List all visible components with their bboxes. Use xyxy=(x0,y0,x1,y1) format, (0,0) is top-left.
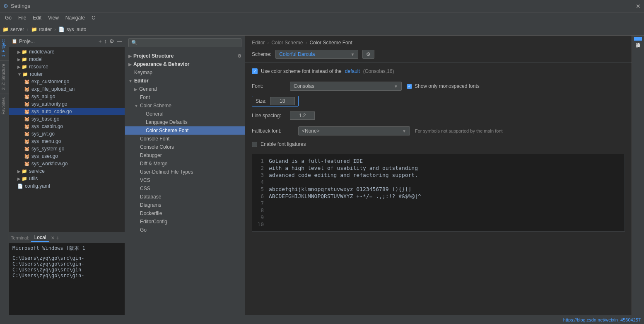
color-scheme-font-checkbox[interactable]: ✓ xyxy=(252,68,258,74)
scheme-value: Colorful Darcula xyxy=(279,51,315,57)
checkbox-text: Use color scheme font instead of the xyxy=(261,68,342,74)
terminal-new-tab[interactable]: + xyxy=(56,235,60,241)
settings-search-area xyxy=(125,36,245,50)
color-scheme-font-row: ✓ Use color scheme font instead of the d… xyxy=(252,68,625,74)
v-label-structure[interactable]: 2: Z: Structure xyxy=(0,60,9,93)
go-file-icon-5: 🐹 xyxy=(24,109,30,114)
settings-sidebar: ▶ Project Structure ⚙ ▶ Appearance & Beh… xyxy=(125,36,245,315)
settings-item-project-structure[interactable]: ▶ Project Structure ⚙ xyxy=(125,52,245,60)
spacing-label: Line spacing: xyxy=(252,113,285,118)
tree-item-sys-system[interactable]: 🐹 sys_system.go xyxy=(9,145,125,152)
settings-item-console-font[interactable]: Console Font xyxy=(125,135,245,143)
settings-item-css[interactable]: CSS xyxy=(125,184,245,193)
settings-item-general-2[interactable]: General xyxy=(125,110,245,118)
tree-item-service[interactable]: ▶ 📁 service xyxy=(9,167,125,175)
tree-item-sys-base[interactable]: 🐹 sys_base.go xyxy=(9,115,125,123)
preview-line-4: 4 xyxy=(252,179,625,186)
chevron-icon: ▶ xyxy=(17,50,21,54)
go-file-icon-7: 🐹 xyxy=(24,124,30,129)
tree-item-sys-user[interactable]: 🐹 sys_user.go xyxy=(9,152,125,160)
breadcrumb-editor[interactable]: Editor xyxy=(252,40,265,46)
settings-item-color-scheme[interactable]: ▼ Color Scheme xyxy=(125,102,245,110)
settings-item-diff-merge[interactable]: Diff & Merge xyxy=(125,160,245,168)
terminal-line-2 xyxy=(12,252,121,255)
terminal-add-tab[interactable]: × xyxy=(51,235,54,241)
add-icon[interactable]: + xyxy=(99,38,102,44)
menu-view[interactable]: View xyxy=(45,14,62,22)
menu-file[interactable]: File xyxy=(15,14,29,22)
tree-item-exp-customer[interactable]: 🐹 exp_customer.go xyxy=(9,78,125,85)
tree-item-middleware[interactable]: ▶ 📁 middleware xyxy=(9,48,125,56)
terminal-tabs: Terminal: Local × + xyxy=(9,232,125,243)
menu-edit[interactable]: Edit xyxy=(29,14,45,22)
tree-item-sys-jwt[interactable]: 🐹 sys_jwt.go xyxy=(9,130,125,138)
settings-item-user-defined[interactable]: User-Defined File Types xyxy=(125,168,245,176)
settings-item-database[interactable]: Database xyxy=(125,193,245,201)
settings-item-console-colors[interactable]: Console Colors xyxy=(125,143,245,151)
settings-item-language-defaults[interactable]: Language Defaults xyxy=(125,118,245,126)
tree-item-sys-authority[interactable]: 🐹 sys_authority.go xyxy=(9,100,125,108)
menu-go[interactable]: Go xyxy=(2,14,15,22)
tree-item-router[interactable]: ▼ 📁 router xyxy=(9,70,125,78)
folder-icon-2: 📁 xyxy=(31,27,37,32)
settings-item-keymap[interactable]: Keymap xyxy=(125,68,245,77)
tree-item-sys-casbin[interactable]: 🐹 sys_casbin.go xyxy=(9,123,125,130)
checkbox-checkmark: ✓ xyxy=(253,69,256,74)
scheme-gear-button[interactable]: ⚙ xyxy=(362,50,374,59)
tree-item-sys-menu[interactable]: 🐹 sys_menu.go xyxy=(9,138,125,145)
tree-item-exp-file[interactable]: 🐹 exp_file_upload_an xyxy=(9,85,125,93)
settings-item-dockerfile[interactable]: Dockerfile xyxy=(125,209,245,218)
sort-icon[interactable]: ↕ xyxy=(104,38,107,44)
terminal-tab-local[interactable]: Local xyxy=(31,234,50,242)
spacing-input[interactable] xyxy=(290,111,315,120)
chevron-icon: ▼ xyxy=(128,79,133,83)
settings-item-diagrams[interactable]: Diagrams xyxy=(125,201,245,209)
tree-item-sys-api[interactable]: 🐹 sys_api.go xyxy=(9,93,125,100)
menu-navigate[interactable]: Navigate xyxy=(62,14,88,22)
v-label-favorites[interactable]: Favorites xyxy=(0,94,9,118)
settings-item-editor[interactable]: ▼ Editor xyxy=(125,77,245,85)
tree-item-config-yaml[interactable]: 📄 config.yaml xyxy=(9,182,125,190)
settings-item-go[interactable]: Go xyxy=(125,226,245,234)
minimize-icon[interactable]: — xyxy=(117,38,122,44)
gear-icon: ⚙ xyxy=(237,53,241,59)
status-url[interactable]: https://blog.csdn.net/weixin_45604257 xyxy=(563,317,641,322)
tab-sys-auto[interactable]: 📄 sys_auto xyxy=(58,27,86,32)
close-button[interactable]: ✕ xyxy=(636,3,641,10)
settings-item-appearance[interactable]: ▶ Appearance & Behavior xyxy=(125,60,245,68)
size-input[interactable] xyxy=(270,97,295,105)
yaml-file-icon: 📄 xyxy=(17,184,23,189)
menu-c[interactable]: C xyxy=(88,14,99,22)
fallback-select[interactable]: <None> ▼ xyxy=(298,126,410,135)
settings-item-debugger[interactable]: Debugger xyxy=(125,151,245,160)
default-link[interactable]: default xyxy=(345,68,360,74)
settings-item-color-scheme-font[interactable]: Color Scheme Font xyxy=(125,126,245,135)
tree-item-sys-workflow[interactable]: 🐹 sys_workflow.go xyxy=(9,160,125,167)
float-button-top[interactable]: 接插上 xyxy=(634,37,642,41)
v-label-project[interactable]: 1: Project xyxy=(0,36,9,60)
go-file-icon-10: 🐹 xyxy=(24,146,30,152)
settings-item-vcs[interactable]: VCS xyxy=(125,176,245,184)
settings-item-font[interactable]: Font xyxy=(125,93,245,102)
gear-icon[interactable]: ⚙ xyxy=(109,38,114,44)
size-field-group: Size: xyxy=(252,96,299,106)
font-select[interactable]: Consolas ▼ xyxy=(290,82,402,91)
tree-item-resource[interactable]: ▶ 📁 resource xyxy=(9,63,125,70)
scheme-select[interactable]: Colorful Darcula ▼ xyxy=(275,50,358,59)
settings-content: Editor › Color Scheme › Color Scheme Fon… xyxy=(245,36,632,315)
ligature-checkbox[interactable] xyxy=(252,142,257,147)
tab-server[interactable]: 📁 server xyxy=(2,27,24,32)
settings-item-general[interactable]: ▶ General xyxy=(125,85,245,93)
chevron-icon: ▶ xyxy=(134,87,137,92)
settings-search-input[interactable] xyxy=(128,38,241,47)
tree-item-sys-auto-code[interactable]: 🐹 sys_auto_code.go xyxy=(9,108,125,115)
breadcrumb-color-scheme[interactable]: Color Scheme xyxy=(271,40,303,46)
mono-checkbox[interactable]: ✓ xyxy=(407,84,412,89)
tree-item-model[interactable]: ▶ 📁 model xyxy=(9,56,125,63)
settings-tree: ▶ Project Structure ⚙ ▶ Appearance & Beh… xyxy=(125,50,245,315)
font-label: Font: xyxy=(252,83,285,89)
chevron-icon-utils: ▶ xyxy=(17,177,21,181)
tree-item-utils[interactable]: ▶ 📁 utils xyxy=(9,175,125,182)
tab-router[interactable]: 📁 router xyxy=(31,27,52,32)
settings-item-editorconfig[interactable]: EditorConfig xyxy=(125,218,245,226)
